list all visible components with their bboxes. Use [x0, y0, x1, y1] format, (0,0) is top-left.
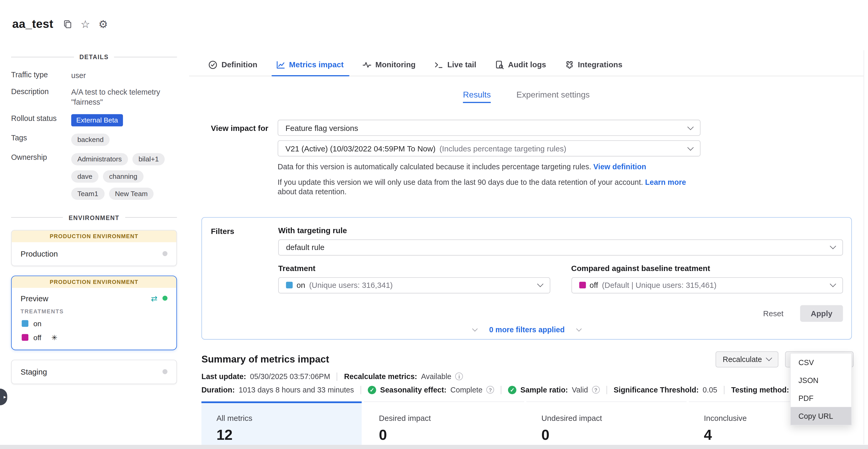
check-circle-icon: ✓ [368, 386, 376, 394]
share-results-menu: CSV JSON PDF Copy URL [790, 353, 852, 425]
chevron-down-icon [830, 243, 836, 249]
chevron-down-icon[interactable] [472, 326, 477, 331]
copy-icon[interactable] [63, 19, 72, 29]
learn-more-link[interactable]: Learn more [645, 178, 686, 186]
chevron-down-icon[interactable] [576, 326, 582, 331]
share-menu-item-pdf[interactable]: PDF [791, 389, 851, 407]
treatment-color-swatch [22, 320, 28, 327]
version-type-select[interactable]: Feature flag versions [278, 120, 701, 136]
separator [337, 372, 337, 381]
metric-summary-cards: All metrics 12 Desired impact 0 Undesire… [202, 401, 849, 449]
metric-card-undesired-impact[interactable]: Undesired impact 0 [526, 401, 687, 449]
rollout-status-row: Rollout status External Beta [11, 112, 177, 126]
star-icon[interactable]: ☆ [81, 19, 90, 29]
baseline-color-swatch [579, 282, 586, 289]
duration-value: 1013 days 8 hours and 33 minutes [239, 386, 354, 394]
metric-card-value: 12 [216, 426, 362, 444]
divider [11, 217, 63, 218]
description-label: Description [11, 86, 71, 107]
significance-threshold-value: 0.05 [703, 386, 717, 394]
chevron-down-icon [766, 355, 772, 361]
owner-pill: New Team [109, 187, 154, 200]
metrics-meta-row-2: Duration: 1013 days 8 hours and 33 minut… [202, 386, 864, 394]
environment-card-staging[interactable]: Staging [11, 360, 177, 384]
metric-card-label: Desired impact [379, 414, 524, 422]
flag-title: aa_test [12, 17, 53, 31]
metric-card-label: Undesired impact [541, 414, 687, 422]
subtab-results[interactable]: Results [463, 90, 491, 103]
tab-audit-logs[interactable]: Audit logs [495, 53, 546, 76]
baseline-select[interactable]: off (Default | Unique users: 315,461) [571, 277, 843, 293]
treatment-select[interactable]: on (Unique users: 316,341) [278, 277, 550, 293]
view-impact-label: View impact for [211, 123, 278, 132]
recalculate-metrics-value: Available [421, 372, 452, 381]
view-impact-section: View impact for Feature flag versions V2… [211, 120, 864, 197]
tab-metrics-impact[interactable]: Metrics impact [276, 53, 344, 76]
question-icon[interactable]: ? [487, 386, 494, 394]
baseline-detail: (Default | Unique users: 315,461) [602, 281, 716, 290]
environment-card-production[interactable]: PRODUCTION ENVIRONMENT Production [11, 230, 177, 266]
environment-row-staging[interactable]: Staging [11, 360, 176, 384]
rollout-status-label: Rollout status [11, 112, 71, 126]
share-menu-item-copy-url[interactable]: Copy URL [791, 407, 851, 425]
ownership-list: Administrators bilal+1 dave channing Tea… [71, 151, 177, 200]
targeting-rule-value: default rule [286, 243, 325, 252]
auto-calculated-note: Data for this version is automatically c… [278, 162, 701, 172]
separator [606, 386, 607, 394]
tab-monitoring[interactable]: Monitoring [362, 53, 415, 76]
info-icon[interactable]: i [455, 372, 463, 380]
metric-card-all-metrics[interactable]: All metrics 12 [202, 401, 362, 449]
version-select[interactable]: V21 (Active) (10/03/2022 04:59PM To Now)… [278, 140, 701, 156]
tags-list: backend [71, 132, 177, 146]
results-subtabs: Results Experiment settings [189, 90, 864, 103]
metric-card-desired-impact[interactable]: Desired impact 0 [364, 401, 524, 449]
environment-row-preview[interactable]: Preview ⇄ [11, 288, 176, 307]
metric-card-value: 4 [704, 426, 849, 444]
subtab-experiment-settings[interactable]: Experiment settings [517, 90, 590, 103]
divider [125, 217, 177, 218]
seasonality-label: Seasonality effect: [380, 386, 446, 394]
view-definition-link[interactable]: View definition [593, 162, 646, 171]
tab-live-tail[interactable]: Live tail [434, 53, 476, 76]
tab-integrations[interactable]: Integrations [564, 53, 623, 76]
metric-card-value: 0 [541, 426, 687, 444]
version-type-value: Feature flag versions [285, 123, 358, 132]
page-header: aa_test ☆ ⚙ [0, 0, 868, 44]
targeting-rule-select[interactable]: default rule [278, 239, 843, 255]
duration-label: Duration: [202, 386, 235, 394]
apply-button[interactable]: Apply [800, 305, 843, 322]
question-icon[interactable]: ? [592, 386, 600, 394]
ownership-row: Ownership Administrators bilal+1 dave ch… [11, 151, 177, 200]
tab-definition[interactable]: Definition [208, 53, 257, 76]
tab-label: Live tail [447, 60, 476, 69]
content-right-divider [864, 50, 864, 444]
treatment-row-on: on [11, 320, 176, 328]
ownership-label: Ownership [11, 151, 71, 200]
note-text: Data for this version is automatically c… [278, 162, 591, 171]
tab-label: Definition [221, 60, 257, 69]
share-menu-item-csv[interactable]: CSV [791, 354, 851, 371]
production-environment-banner: PRODUCTION ENVIRONMENT [11, 230, 176, 242]
environment-card-preview[interactable]: PRODUCTION ENVIRONMENT Preview ⇄ TREATME… [11, 275, 177, 350]
summary-title: Summary of metrics impact [202, 353, 329, 365]
data-retention-note: If you update this version we will only … [278, 177, 701, 197]
horizontal-scrollbar[interactable] [0, 445, 868, 449]
recalculate-metrics-label: Recalculate metrics: [344, 372, 417, 381]
share-menu-item-json[interactable]: JSON [791, 371, 851, 389]
treatment-row-off: off ✳ [11, 333, 176, 344]
live-tail-icon [434, 60, 443, 69]
metrics-impact-icon [276, 60, 285, 69]
monitoring-icon [362, 60, 371, 69]
recalculate-button[interactable]: Recalculate [715, 351, 778, 367]
environment-row-production[interactable]: Production [11, 242, 176, 266]
details-title: DETAILS [79, 53, 108, 60]
details-sidebar: DETAILS Traffic type user Description A/… [0, 48, 189, 393]
testing-method-label: Testing method: [731, 386, 789, 394]
tab-label: Integrations [578, 60, 622, 69]
treatment-name: on [33, 320, 41, 328]
owner-pill: bilal+1 [132, 153, 165, 166]
gear-icon[interactable]: ⚙ [98, 19, 108, 29]
more-filters-link[interactable]: 0 more filters applied [489, 325, 565, 334]
environment-title: ENVIRONMENT [68, 214, 119, 221]
reset-button[interactable]: Reset [763, 309, 783, 318]
